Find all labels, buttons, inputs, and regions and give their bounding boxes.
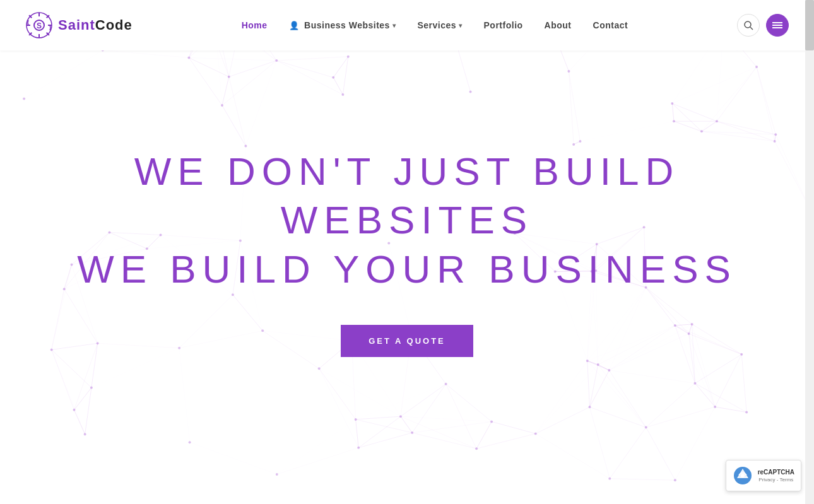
- nav-link-business-websites[interactable]: 👤 Business Websites ▾: [280, 15, 405, 35]
- search-icon: [743, 20, 753, 30]
- nav-link-home[interactable]: Home: [233, 15, 276, 35]
- nav-link-portfolio[interactable]: Portfolio: [475, 15, 532, 35]
- nav-item-contact[interactable]: Contact: [584, 20, 637, 31]
- nav-icon-group: [737, 14, 789, 37]
- hero-line2: We Build Your Business: [77, 247, 737, 291]
- chevron-down-icon: ▾: [392, 22, 396, 29]
- logo-icon: S: [25, 11, 53, 39]
- svg-text:S: S: [37, 21, 42, 30]
- svg-line-12: [750, 27, 753, 30]
- get-quote-button[interactable]: Get A Quote: [341, 325, 473, 357]
- recaptcha-text: reCAPTCHA Privacy - Terms: [758, 469, 794, 483]
- recaptcha-links: Privacy - Terms: [758, 477, 793, 483]
- nav-item-services[interactable]: Services ▾: [408, 15, 471, 35]
- nav-item-portfolio[interactable]: Portfolio: [475, 20, 532, 31]
- search-button[interactable]: [737, 14, 760, 37]
- svg-point-17: [741, 474, 745, 478]
- chevron-down-icon-services: ▾: [459, 22, 463, 29]
- hero-content: We Don't Just Build Websites We Build Yo…: [0, 147, 814, 358]
- navbar: S SaintCode Home 👤 Business Websites ▾ S…: [0, 0, 814, 50]
- menu-button[interactable]: [766, 14, 789, 37]
- recaptcha-label: reCAPTCHA: [758, 469, 794, 476]
- logo-link[interactable]: S SaintCode: [25, 11, 133, 39]
- logo-text: SaintCode: [58, 17, 133, 33]
- scrollbar-thumb[interactable]: [805, 0, 814, 50]
- hero-line1: We Don't Just Build Websites: [134, 149, 680, 242]
- nav-item-business-websites[interactable]: 👤 Business Websites ▾: [280, 15, 405, 35]
- nav-link-about[interactable]: About: [536, 15, 581, 35]
- recaptcha-badge: reCAPTCHA Privacy - Terms: [726, 460, 801, 491]
- recaptcha-logo-icon: [733, 466, 753, 486]
- hero-title: We Don't Just Build Websites We Build Yo…: [13, 147, 801, 294]
- nav-item-about[interactable]: About: [536, 20, 581, 31]
- hamburger-icon: [772, 21, 782, 29]
- nav-item-home[interactable]: Home: [233, 20, 276, 31]
- hero-section: We Don't Just Build Websites We Build Yo…: [0, 0, 814, 504]
- scrollbar[interactable]: [805, 0, 814, 504]
- nav-menu: Home 👤 Business Websites ▾ Services ▾ Po…: [233, 15, 637, 35]
- svg-point-11: [745, 21, 751, 28]
- nav-link-contact[interactable]: Contact: [584, 15, 637, 35]
- nav-link-services[interactable]: Services ▾: [408, 15, 471, 35]
